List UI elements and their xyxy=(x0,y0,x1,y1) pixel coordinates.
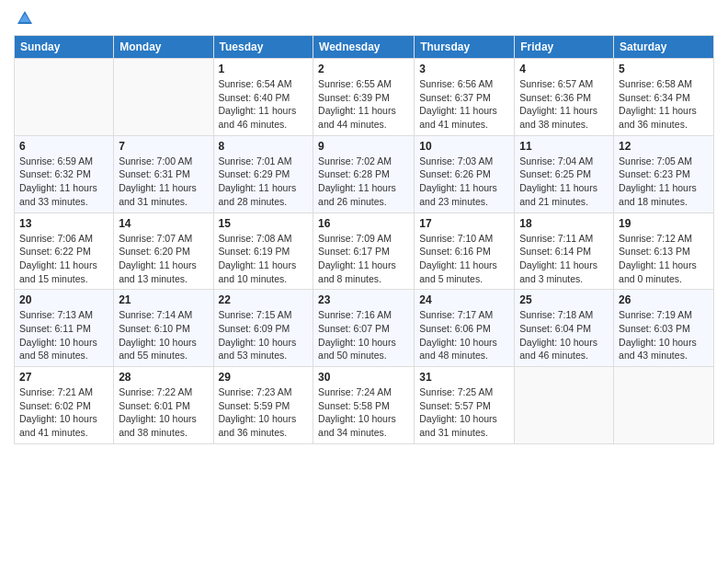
day-number: 19 xyxy=(619,217,709,230)
day-number: 20 xyxy=(19,293,108,306)
calendar-header-cell: Thursday xyxy=(415,36,515,59)
day-number: 31 xyxy=(419,371,509,384)
calendar-cell: 19Sunrise: 7:12 AM Sunset: 6:13 PM Dayli… xyxy=(614,213,714,290)
day-info: Sunrise: 7:24 AM Sunset: 5:58 PM Dayligh… xyxy=(318,385,409,440)
day-number: 18 xyxy=(519,217,609,230)
calendar-cell: 2Sunrise: 6:55 AM Sunset: 6:39 PM Daylig… xyxy=(313,59,415,136)
calendar-cell: 26Sunrise: 7:19 AM Sunset: 6:03 PM Dayli… xyxy=(614,290,714,367)
day-info: Sunrise: 7:11 AM Sunset: 6:14 PM Dayligh… xyxy=(519,232,609,286)
day-number: 2 xyxy=(318,63,409,75)
day-info: Sunrise: 6:57 AM Sunset: 6:36 PM Dayligh… xyxy=(519,77,609,132)
calendar-cell: 24Sunrise: 7:17 AM Sunset: 6:06 PM Dayli… xyxy=(415,290,515,367)
day-info: Sunrise: 7:17 AM Sunset: 6:06 PM Dayligh… xyxy=(419,308,509,362)
day-number: 16 xyxy=(318,217,409,230)
calendar-cell: 30Sunrise: 7:24 AM Sunset: 5:58 PM Dayli… xyxy=(313,367,415,444)
day-number: 10 xyxy=(419,140,509,153)
day-number: 25 xyxy=(519,293,609,306)
day-info: Sunrise: 7:10 AM Sunset: 6:16 PM Dayligh… xyxy=(419,232,509,286)
day-info: Sunrise: 7:05 AM Sunset: 6:23 PM Dayligh… xyxy=(619,155,709,209)
calendar-cell: 25Sunrise: 7:18 AM Sunset: 6:04 PM Dayli… xyxy=(515,290,614,367)
day-number: 27 xyxy=(19,371,108,384)
calendar-cell xyxy=(15,59,114,136)
day-number: 11 xyxy=(519,140,609,153)
day-info: Sunrise: 7:12 AM Sunset: 6:13 PM Dayligh… xyxy=(619,232,709,286)
day-info: Sunrise: 7:18 AM Sunset: 6:04 PM Dayligh… xyxy=(519,308,609,362)
calendar-cell: 18Sunrise: 7:11 AM Sunset: 6:14 PM Dayli… xyxy=(515,213,614,290)
day-info: Sunrise: 7:25 AM Sunset: 5:57 PM Dayligh… xyxy=(419,385,509,440)
day-number: 22 xyxy=(219,293,309,306)
day-info: Sunrise: 7:00 AM Sunset: 6:31 PM Dayligh… xyxy=(119,155,208,209)
day-info: Sunrise: 6:55 AM Sunset: 6:39 PM Dayligh… xyxy=(318,77,409,132)
day-number: 23 xyxy=(318,293,409,306)
calendar-cell: 28Sunrise: 7:22 AM Sunset: 6:01 PM Dayli… xyxy=(114,367,213,444)
calendar-cell: 8Sunrise: 7:01 AM Sunset: 6:29 PM Daylig… xyxy=(213,135,313,213)
calendar-cell: 7Sunrise: 7:00 AM Sunset: 6:31 PM Daylig… xyxy=(114,135,213,213)
day-info: Sunrise: 7:13 AM Sunset: 6:11 PM Dayligh… xyxy=(19,308,108,362)
calendar-cell xyxy=(614,367,714,444)
day-number: 5 xyxy=(619,63,709,75)
calendar-week-row: 20Sunrise: 7:13 AM Sunset: 6:11 PM Dayli… xyxy=(15,290,714,367)
day-info: Sunrise: 7:21 AM Sunset: 6:02 PM Dayligh… xyxy=(19,385,108,440)
calendar-cell: 3Sunrise: 6:56 AM Sunset: 6:37 PM Daylig… xyxy=(415,59,515,136)
day-number: 15 xyxy=(219,217,309,230)
day-info: Sunrise: 7:02 AM Sunset: 6:28 PM Dayligh… xyxy=(318,155,409,209)
day-number: 12 xyxy=(619,140,709,153)
day-number: 24 xyxy=(419,293,509,306)
day-number: 4 xyxy=(519,63,609,75)
calendar-cell: 6Sunrise: 6:59 AM Sunset: 6:32 PM Daylig… xyxy=(15,135,114,213)
calendar: SundayMondayTuesdayWednesdayThursdayFrid… xyxy=(14,35,714,444)
calendar-header-cell: Friday xyxy=(515,36,614,59)
calendar-header-cell: Tuesday xyxy=(213,36,313,59)
calendar-cell: 22Sunrise: 7:15 AM Sunset: 6:09 PM Dayli… xyxy=(213,290,313,367)
calendar-cell: 13Sunrise: 7:06 AM Sunset: 6:22 PM Dayli… xyxy=(15,213,114,290)
calendar-cell: 21Sunrise: 7:14 AM Sunset: 6:10 PM Dayli… xyxy=(114,290,213,367)
day-number: 9 xyxy=(318,140,409,153)
calendar-cell: 10Sunrise: 7:03 AM Sunset: 6:26 PM Dayli… xyxy=(415,135,515,213)
day-info: Sunrise: 6:54 AM Sunset: 6:40 PM Dayligh… xyxy=(219,77,309,132)
calendar-cell: 23Sunrise: 7:16 AM Sunset: 6:07 PM Dayli… xyxy=(313,290,415,367)
day-number: 8 xyxy=(219,140,309,153)
calendar-cell: 12Sunrise: 7:05 AM Sunset: 6:23 PM Dayli… xyxy=(614,135,714,213)
day-number: 29 xyxy=(219,371,309,384)
calendar-cell: 17Sunrise: 7:10 AM Sunset: 6:16 PM Dayli… xyxy=(415,213,515,290)
day-info: Sunrise: 6:56 AM Sunset: 6:37 PM Dayligh… xyxy=(419,77,509,132)
calendar-cell: 4Sunrise: 6:57 AM Sunset: 6:36 PM Daylig… xyxy=(515,59,614,136)
calendar-cell: 29Sunrise: 7:23 AM Sunset: 5:59 PM Dayli… xyxy=(213,367,313,444)
day-info: Sunrise: 7:08 AM Sunset: 6:19 PM Dayligh… xyxy=(219,232,309,286)
logo xyxy=(14,9,34,28)
day-number: 1 xyxy=(219,63,309,75)
calendar-week-row: 13Sunrise: 7:06 AM Sunset: 6:22 PM Dayli… xyxy=(15,213,714,290)
day-info: Sunrise: 7:19 AM Sunset: 6:03 PM Dayligh… xyxy=(619,308,709,362)
calendar-cell: 5Sunrise: 6:58 AM Sunset: 6:34 PM Daylig… xyxy=(614,59,714,136)
calendar-week-row: 1Sunrise: 6:54 AM Sunset: 6:40 PM Daylig… xyxy=(15,59,714,136)
calendar-cell: 11Sunrise: 7:04 AM Sunset: 6:25 PM Dayli… xyxy=(515,135,614,213)
logo-icon xyxy=(16,9,34,28)
calendar-cell: 16Sunrise: 7:09 AM Sunset: 6:17 PM Dayli… xyxy=(313,213,415,290)
calendar-header-cell: Monday xyxy=(114,36,213,59)
day-info: Sunrise: 7:07 AM Sunset: 6:20 PM Dayligh… xyxy=(119,232,208,286)
day-number: 14 xyxy=(119,217,208,230)
day-info: Sunrise: 7:14 AM Sunset: 6:10 PM Dayligh… xyxy=(119,308,208,362)
day-info: Sunrise: 6:58 AM Sunset: 6:34 PM Dayligh… xyxy=(619,77,709,132)
day-number: 26 xyxy=(619,293,709,306)
day-number: 13 xyxy=(19,217,108,230)
calendar-body: 1Sunrise: 6:54 AM Sunset: 6:40 PM Daylig… xyxy=(15,59,714,444)
day-info: Sunrise: 7:06 AM Sunset: 6:22 PM Dayligh… xyxy=(19,232,108,286)
calendar-cell: 14Sunrise: 7:07 AM Sunset: 6:20 PM Dayli… xyxy=(114,213,213,290)
calendar-header-cell: Wednesday xyxy=(313,36,415,59)
calendar-header-cell: Sunday xyxy=(15,36,114,59)
calendar-cell xyxy=(114,59,213,136)
day-info: Sunrise: 7:03 AM Sunset: 6:26 PM Dayligh… xyxy=(419,155,509,209)
calendar-cell: 9Sunrise: 7:02 AM Sunset: 6:28 PM Daylig… xyxy=(313,135,415,213)
calendar-cell: 1Sunrise: 6:54 AM Sunset: 6:40 PM Daylig… xyxy=(213,59,313,136)
day-number: 17 xyxy=(419,217,509,230)
day-info: Sunrise: 7:01 AM Sunset: 6:29 PM Dayligh… xyxy=(219,155,309,209)
calendar-cell: 27Sunrise: 7:21 AM Sunset: 6:02 PM Dayli… xyxy=(15,367,114,444)
calendar-header-cell: Saturday xyxy=(614,36,714,59)
calendar-header-row: SundayMondayTuesdayWednesdayThursdayFrid… xyxy=(15,36,714,59)
calendar-cell: 31Sunrise: 7:25 AM Sunset: 5:57 PM Dayli… xyxy=(415,367,515,444)
day-number: 21 xyxy=(119,293,208,306)
calendar-cell: 20Sunrise: 7:13 AM Sunset: 6:11 PM Dayli… xyxy=(15,290,114,367)
day-info: Sunrise: 7:16 AM Sunset: 6:07 PM Dayligh… xyxy=(318,308,409,362)
day-info: Sunrise: 7:23 AM Sunset: 5:59 PM Dayligh… xyxy=(219,385,309,440)
